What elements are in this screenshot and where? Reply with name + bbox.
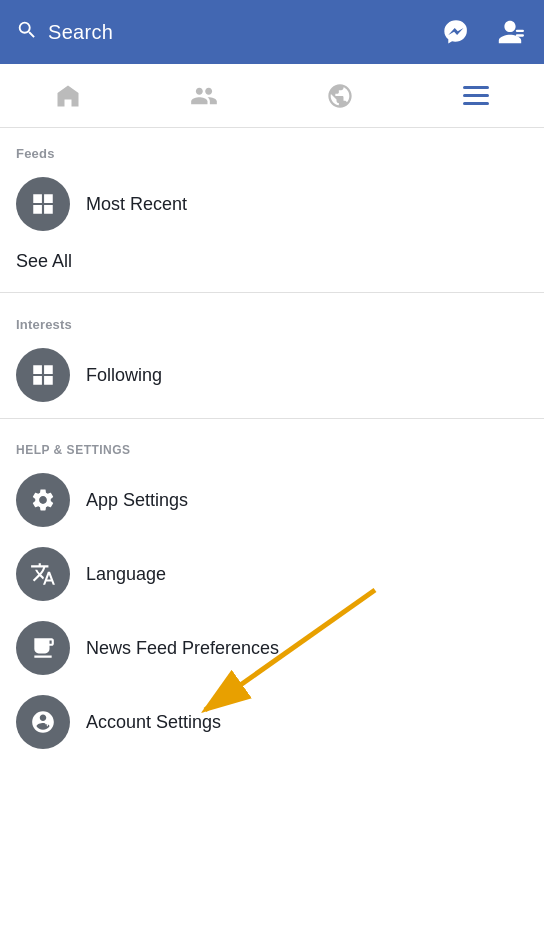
search-placeholder: Search [48, 21, 113, 44]
language-item[interactable]: Language [0, 537, 544, 611]
news-feed-prefs-item[interactable]: News Feed Preferences [0, 611, 544, 685]
most-recent-label: Most Recent [86, 194, 187, 215]
divider-2 [0, 418, 544, 419]
account-settings-icon [30, 709, 56, 735]
nav-row [0, 64, 544, 128]
feeds-section-label: Feeds [0, 128, 544, 167]
gear-icon [30, 487, 56, 513]
search-icon [16, 19, 38, 45]
app-settings-item[interactable]: App Settings [0, 463, 544, 537]
search-bar[interactable]: Search [16, 19, 438, 45]
divider-1 [0, 292, 544, 293]
app-settings-icon-circle [16, 473, 70, 527]
most-recent-item[interactable]: Most Recent [0, 167, 544, 241]
account-settings-icon-circle [16, 695, 70, 749]
messenger-button[interactable] [438, 14, 474, 50]
nav-globe[interactable] [272, 64, 408, 128]
language-icon [30, 561, 56, 587]
language-icon-circle [16, 547, 70, 601]
language-label: Language [86, 564, 166, 585]
news-feed-icon-circle [16, 621, 70, 675]
see-all-item[interactable]: See All [0, 241, 544, 286]
following-icon [30, 362, 56, 388]
account-settings-item[interactable]: Account Settings [0, 685, 544, 759]
most-recent-icon [30, 191, 56, 217]
following-label: Following [86, 365, 162, 386]
following-item[interactable]: Following [0, 338, 544, 412]
account-settings-label: Account Settings [86, 712, 221, 733]
content-area: Feeds Most Recent See All Interests Foll… [0, 128, 544, 759]
profile-button[interactable] [492, 14, 528, 50]
see-all-label: See All [16, 251, 72, 271]
interests-section-label: Interests [0, 299, 544, 338]
news-feed-icon [30, 635, 56, 661]
top-bar-actions [438, 14, 528, 50]
nav-friends[interactable] [136, 64, 272, 128]
help-settings-label: HELP & SETTINGS [0, 425, 544, 463]
following-icon-circle [16, 348, 70, 402]
most-recent-icon-circle [16, 177, 70, 231]
svg-rect-0 [516, 30, 524, 32]
news-feed-prefs-label: News Feed Preferences [86, 638, 279, 659]
nav-menu[interactable] [408, 64, 544, 128]
nav-home[interactable] [0, 64, 136, 128]
app-settings-label: App Settings [86, 490, 188, 511]
svg-rect-1 [516, 34, 524, 36]
hamburger-icon [463, 86, 489, 105]
top-bar: Search [0, 0, 544, 64]
